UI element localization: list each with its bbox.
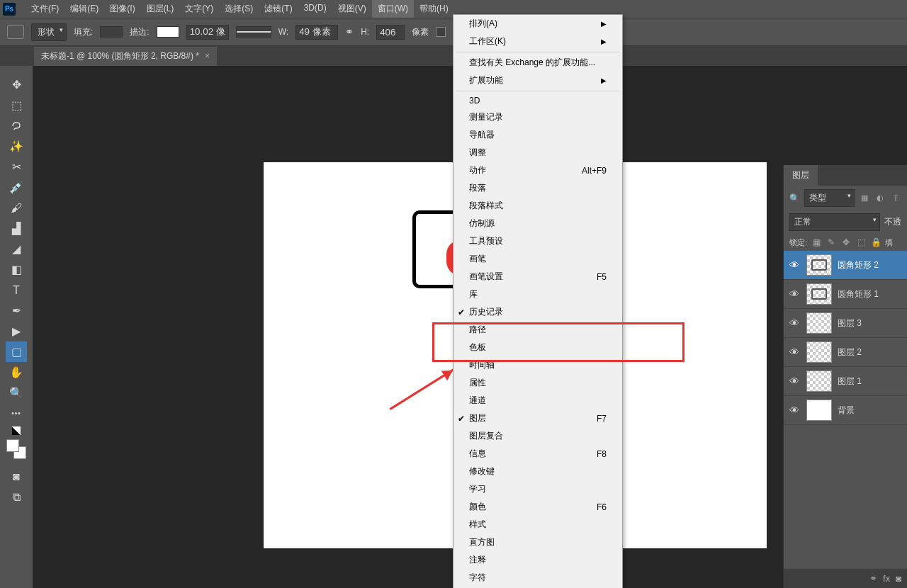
quickmask-icon[interactable]: ◙ xyxy=(6,466,27,487)
menu-滤镜[interactable]: 滤镜(T) xyxy=(259,0,298,18)
window-menu-item[interactable]: 属性 xyxy=(454,374,622,392)
window-menu-item[interactable]: 样式 xyxy=(454,516,622,533)
window-menu-item[interactable]: 注释 xyxy=(454,551,622,569)
layer-item[interactable]: 👁图层 3 xyxy=(784,309,907,338)
window-menu-item[interactable]: 动作Alt+F9 xyxy=(454,162,622,179)
lock-position-icon[interactable]: ✎ xyxy=(826,237,837,248)
menu-窗口[interactable]: 窗口(W) xyxy=(372,0,414,18)
tool-mode-select[interactable]: 形状 xyxy=(31,23,67,41)
marquee-tool[interactable]: ⬚ xyxy=(6,95,27,115)
layer-item[interactable]: 👁图层 1 xyxy=(784,367,907,396)
gradient-tool[interactable]: ◧ xyxy=(6,259,27,280)
filter-type-icon[interactable]: T xyxy=(890,193,901,204)
stamp-tool[interactable]: ▟ xyxy=(6,218,27,239)
window-menu-item[interactable]: 路径 xyxy=(454,321,622,339)
blend-mode-select[interactable]: 正常 xyxy=(789,213,880,231)
magic-wand-tool[interactable]: ✨ xyxy=(6,136,27,157)
foreground-color-swatch[interactable] xyxy=(6,439,19,452)
window-menu-item[interactable]: 修改键 xyxy=(454,463,622,480)
layer-thumbnail[interactable] xyxy=(806,283,832,305)
document-tab[interactable]: 未标题-1 @ 100% (圆角矩形 2, RGB/8#) * × xyxy=(34,47,217,66)
fill-swatch[interactable] xyxy=(100,26,123,38)
layer-item[interactable]: 👁圆角矩形 1 xyxy=(784,280,907,309)
default-colors-icon[interactable] xyxy=(12,426,21,435)
window-menu-item[interactable]: 段落 xyxy=(454,179,622,197)
eraser-tool[interactable]: ◢ xyxy=(6,239,27,259)
layer-item[interactable]: 👁圆角矩形 2 xyxy=(784,251,907,280)
window-menu-item[interactable]: 通道 xyxy=(454,392,622,409)
layer-item[interactable]: 👁图层 2 xyxy=(784,338,907,367)
window-menu-item[interactable]: 图层复合 xyxy=(454,427,622,445)
stroke-width-input[interactable] xyxy=(186,25,229,40)
layer-mask-icon[interactable]: ◙ xyxy=(896,573,901,584)
layer-thumbnail[interactable] xyxy=(806,371,832,392)
menu-视图[interactable]: 视图(V) xyxy=(332,0,372,18)
stroke-swatch[interactable] xyxy=(157,26,179,38)
lasso-tool[interactable] xyxy=(6,115,27,136)
edit-toolbar-icon[interactable]: ••• xyxy=(6,403,27,424)
window-menu-item[interactable]: 库 xyxy=(454,285,622,303)
layer-item[interactable]: 👁背景 xyxy=(784,396,907,425)
menu-文字[interactable]: 文字(Y) xyxy=(179,0,219,18)
lock-move-icon[interactable]: ✥ xyxy=(840,237,852,248)
window-menu-item[interactable]: 字符 xyxy=(454,569,622,587)
hand-tool[interactable]: ✋ xyxy=(6,362,27,383)
layer-thumbnail[interactable] xyxy=(806,312,832,334)
lock-all-icon[interactable]: 🔒 xyxy=(870,237,881,248)
zoom-tool[interactable]: 🔍 xyxy=(6,383,27,403)
window-menu-item[interactable]: 颜色F6 xyxy=(454,498,622,516)
layer-visibility-icon[interactable]: 👁 xyxy=(789,375,801,387)
filter-adjust-icon[interactable]: ◐ xyxy=(874,193,886,204)
move-tool[interactable]: ✥ xyxy=(6,74,27,95)
layers-tab[interactable]: 图层 xyxy=(784,165,818,186)
width-input[interactable] xyxy=(295,25,338,40)
window-menu-item[interactable]: 扩展功能▶ xyxy=(454,72,622,89)
layer-visibility-icon[interactable]: 👁 xyxy=(789,288,801,300)
window-menu-item[interactable]: ✔历史记录 xyxy=(454,303,622,321)
lock-artboard-icon[interactable]: ⬚ xyxy=(855,237,867,248)
height-input[interactable] xyxy=(376,25,405,40)
layer-visibility-icon[interactable]: 👁 xyxy=(789,346,801,358)
window-menu-item[interactable]: 调整 xyxy=(454,144,622,162)
window-menu-item[interactable]: 导航器 xyxy=(454,126,622,144)
window-menu-item[interactable]: 时间轴 xyxy=(454,356,622,374)
window-menu-item[interactable]: 测量记录 xyxy=(454,108,622,126)
window-menu-item[interactable]: 画笔 xyxy=(454,250,622,268)
window-menu-item[interactable]: 学习 xyxy=(454,480,622,498)
layer-visibility-icon[interactable]: 👁 xyxy=(789,405,801,416)
shape-preset-icon[interactable] xyxy=(7,25,24,39)
filter-image-icon[interactable]: ▦ xyxy=(859,193,870,204)
layer-filter-select[interactable]: 类型 xyxy=(804,189,855,207)
menu-选择[interactable]: 选择(S) xyxy=(219,0,259,18)
window-menu-item[interactable]: 查找有关 Exchange 的扩展功能... xyxy=(454,54,622,72)
window-menu-item[interactable]: 工具预设 xyxy=(454,232,622,250)
layer-visibility-icon[interactable]: 👁 xyxy=(789,259,801,271)
menu-帮助[interactable]: 帮助(H) xyxy=(414,0,454,18)
layer-thumbnail[interactable] xyxy=(806,341,832,363)
window-menu-item[interactable]: ✔图层F7 xyxy=(454,409,622,427)
color-swatches[interactable] xyxy=(6,439,26,459)
window-menu-item[interactable]: 直方图 xyxy=(454,533,622,551)
menu-图像[interactable]: 图像(I) xyxy=(104,0,140,18)
window-menu-item[interactable]: 仿制源 xyxy=(454,215,622,232)
menu-图层[interactable]: 图层(L) xyxy=(141,0,180,18)
window-menu-item[interactable]: 信息F8 xyxy=(454,445,622,463)
window-menu-item[interactable]: 工作区(K)▶ xyxy=(454,33,622,50)
align-edges-checkbox[interactable] xyxy=(436,27,446,37)
eyedropper-tool[interactable]: 💉 xyxy=(6,177,27,198)
rectangle-tool[interactable]: ▢ xyxy=(6,341,27,362)
menu-3d[interactable]: 3D(D) xyxy=(298,0,332,18)
layer-visibility-icon[interactable]: 👁 xyxy=(789,317,801,329)
close-tab-icon[interactable]: × xyxy=(205,51,210,61)
window-menu-item[interactable]: 3D xyxy=(454,93,622,108)
path-select-tool[interactable]: ▶ xyxy=(6,321,27,341)
window-menu-item[interactable]: 画笔设置F5 xyxy=(454,268,622,285)
layer-thumbnail[interactable] xyxy=(806,254,832,276)
screenmode-icon[interactable]: ⧉ xyxy=(6,487,27,507)
menu-编辑[interactable]: 编辑(E) xyxy=(64,0,104,18)
crop-tool[interactable]: ✂ xyxy=(6,157,27,177)
window-menu-item[interactable]: 排列(A)▶ xyxy=(454,15,622,33)
type-tool[interactable]: T xyxy=(6,280,27,300)
link-wh-icon[interactable]: ⚭ xyxy=(345,26,354,38)
link-layers-icon[interactable]: ⚭ xyxy=(869,573,877,584)
